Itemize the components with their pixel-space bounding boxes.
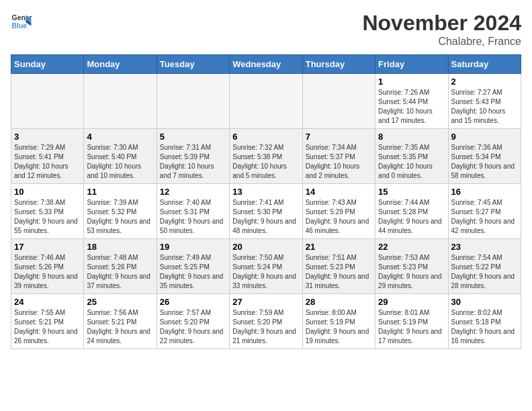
week-row-4: 17Sunrise: 7:46 AM Sunset: 5:26 PM Dayli… — [11, 239, 521, 294]
week-row-3: 10Sunrise: 7:38 AM Sunset: 5:33 PM Dayli… — [11, 184, 521, 239]
date-number: 18 — [87, 242, 153, 252]
date-number: 4 — [87, 132, 153, 142]
calendar-cell: 26Sunrise: 7:57 AM Sunset: 5:20 PM Dayli… — [157, 294, 229, 349]
cell-info: Sunrise: 7:51 AM Sunset: 5:23 PM Dayligh… — [306, 253, 372, 291]
logo-icon: General Blue — [11, 11, 32, 32]
date-number: 17 — [14, 242, 81, 252]
calendar-cell: 24Sunrise: 7:55 AM Sunset: 5:21 PM Dayli… — [11, 294, 84, 349]
cell-info: Sunrise: 7:43 AM Sunset: 5:29 PM Dayligh… — [306, 198, 372, 236]
cell-info: Sunrise: 7:59 AM Sunset: 5:20 PM Dayligh… — [232, 308, 299, 346]
month-title: November 2024 — [362, 11, 521, 36]
cell-info: Sunrise: 7:41 AM Sunset: 5:30 PM Dayligh… — [232, 198, 299, 236]
cell-info: Sunrise: 7:53 AM Sunset: 5:23 PM Dayligh… — [378, 253, 445, 291]
day-header-row: SundayMondayTuesdayWednesdayThursdayFrid… — [11, 55, 521, 74]
day-header-saturday: Saturday — [448, 55, 521, 74]
date-number: 25 — [87, 297, 153, 307]
calendar-cell: 21Sunrise: 7:51 AM Sunset: 5:23 PM Dayli… — [302, 239, 375, 294]
calendar-cell: 6Sunrise: 7:32 AM Sunset: 5:38 PM Daylig… — [230, 129, 302, 184]
calendar-cell — [84, 74, 157, 129]
calendar-cell: 1Sunrise: 7:26 AM Sunset: 5:44 PM Daylig… — [375, 74, 448, 129]
date-number: 27 — [232, 297, 299, 307]
cell-info: Sunrise: 7:26 AM Sunset: 5:44 PM Dayligh… — [378, 88, 445, 126]
cell-info: Sunrise: 8:01 AM Sunset: 5:19 PM Dayligh… — [378, 308, 445, 346]
calendar-cell: 4Sunrise: 7:30 AM Sunset: 5:40 PM Daylig… — [84, 129, 157, 184]
cell-info: Sunrise: 7:44 AM Sunset: 5:28 PM Dayligh… — [378, 198, 445, 236]
day-header-wednesday: Wednesday — [230, 55, 302, 74]
cell-info: Sunrise: 7:40 AM Sunset: 5:31 PM Dayligh… — [160, 198, 226, 236]
calendar-cell: 15Sunrise: 7:44 AM Sunset: 5:28 PM Dayli… — [375, 184, 448, 239]
page-header: General Blue November 2024 Chalabre, Fra… — [11, 11, 521, 48]
cell-info: Sunrise: 7:32 AM Sunset: 5:38 PM Dayligh… — [232, 143, 299, 181]
title-block: November 2024 Chalabre, France — [362, 11, 521, 48]
calendar-cell: 9Sunrise: 7:36 AM Sunset: 5:34 PM Daylig… — [448, 129, 521, 184]
date-number: 11 — [87, 187, 153, 197]
date-number: 14 — [306, 187, 372, 197]
cell-info: Sunrise: 7:35 AM Sunset: 5:35 PM Dayligh… — [378, 143, 445, 181]
calendar-cell: 13Sunrise: 7:41 AM Sunset: 5:30 PM Dayli… — [230, 184, 302, 239]
calendar-cell — [230, 74, 302, 129]
date-number: 2 — [451, 77, 518, 87]
calendar-cell — [11, 74, 84, 129]
date-number: 12 — [160, 187, 226, 197]
cell-info: Sunrise: 8:02 AM Sunset: 5:18 PM Dayligh… — [451, 308, 518, 346]
calendar-cell: 11Sunrise: 7:39 AM Sunset: 5:32 PM Dayli… — [84, 184, 157, 239]
day-header-sunday: Sunday — [11, 55, 84, 74]
date-number: 21 — [306, 242, 372, 252]
date-number: 29 — [378, 297, 445, 307]
calendar-cell: 8Sunrise: 7:35 AM Sunset: 5:35 PM Daylig… — [375, 129, 448, 184]
date-number: 28 — [306, 297, 372, 307]
calendar-cell: 18Sunrise: 7:48 AM Sunset: 5:26 PM Dayli… — [84, 239, 157, 294]
date-number: 13 — [232, 187, 299, 197]
date-number: 7 — [306, 132, 372, 142]
calendar-cell: 25Sunrise: 7:56 AM Sunset: 5:21 PM Dayli… — [84, 294, 157, 349]
svg-text:Blue: Blue — [12, 22, 28, 30]
cell-info: Sunrise: 7:29 AM Sunset: 5:41 PM Dayligh… — [14, 143, 81, 181]
calendar-cell: 5Sunrise: 7:31 AM Sunset: 5:39 PM Daylig… — [157, 129, 229, 184]
week-row-2: 3Sunrise: 7:29 AM Sunset: 5:41 PM Daylig… — [11, 129, 521, 184]
date-number: 10 — [14, 187, 81, 197]
date-number: 6 — [232, 132, 299, 142]
cell-info: Sunrise: 7:50 AM Sunset: 5:24 PM Dayligh… — [232, 253, 299, 291]
date-number: 16 — [451, 187, 518, 197]
date-number: 15 — [378, 187, 445, 197]
calendar-cell — [302, 74, 375, 129]
calendar-cell: 22Sunrise: 7:53 AM Sunset: 5:23 PM Dayli… — [375, 239, 448, 294]
calendar-cell: 30Sunrise: 8:02 AM Sunset: 5:18 PM Dayli… — [448, 294, 521, 349]
location: Chalabre, France — [362, 36, 521, 48]
calendar-cell: 3Sunrise: 7:29 AM Sunset: 5:41 PM Daylig… — [11, 129, 84, 184]
cell-info: Sunrise: 7:49 AM Sunset: 5:25 PM Dayligh… — [160, 253, 226, 291]
date-number: 22 — [378, 242, 445, 252]
cell-info: Sunrise: 7:30 AM Sunset: 5:40 PM Dayligh… — [87, 143, 153, 181]
date-number: 19 — [160, 242, 226, 252]
cell-info: Sunrise: 7:36 AM Sunset: 5:34 PM Dayligh… — [451, 143, 518, 181]
calendar-cell: 28Sunrise: 8:00 AM Sunset: 5:19 PM Dayli… — [302, 294, 375, 349]
calendar-cell: 20Sunrise: 7:50 AM Sunset: 5:24 PM Dayli… — [230, 239, 302, 294]
date-number: 20 — [232, 242, 299, 252]
calendar-cell: 10Sunrise: 7:38 AM Sunset: 5:33 PM Dayli… — [11, 184, 84, 239]
cell-info: Sunrise: 7:31 AM Sunset: 5:39 PM Dayligh… — [160, 143, 226, 181]
calendar-cell: 7Sunrise: 7:34 AM Sunset: 5:37 PM Daylig… — [302, 129, 375, 184]
date-number: 5 — [160, 132, 226, 142]
date-number: 24 — [14, 297, 81, 307]
cell-info: Sunrise: 8:00 AM Sunset: 5:19 PM Dayligh… — [306, 308, 372, 346]
calendar-cell: 23Sunrise: 7:54 AM Sunset: 5:22 PM Dayli… — [448, 239, 521, 294]
cell-info: Sunrise: 7:54 AM Sunset: 5:22 PM Dayligh… — [451, 253, 518, 291]
cell-info: Sunrise: 7:46 AM Sunset: 5:26 PM Dayligh… — [14, 253, 81, 291]
calendar-cell: 27Sunrise: 7:59 AM Sunset: 5:20 PM Dayli… — [230, 294, 302, 349]
cell-info: Sunrise: 7:39 AM Sunset: 5:32 PM Dayligh… — [87, 198, 153, 236]
date-number: 1 — [378, 77, 445, 87]
cell-info: Sunrise: 7:38 AM Sunset: 5:33 PM Dayligh… — [14, 198, 81, 236]
day-header-thursday: Thursday — [302, 55, 375, 74]
cell-info: Sunrise: 7:34 AM Sunset: 5:37 PM Dayligh… — [306, 143, 372, 181]
cell-info: Sunrise: 7:56 AM Sunset: 5:21 PM Dayligh… — [87, 308, 153, 346]
calendar-cell — [157, 74, 229, 129]
cell-info: Sunrise: 7:27 AM Sunset: 5:43 PM Dayligh… — [451, 88, 518, 126]
calendar-table: SundayMondayTuesdayWednesdayThursdayFrid… — [11, 54, 521, 349]
day-header-tuesday: Tuesday — [157, 55, 229, 74]
cell-info: Sunrise: 7:57 AM Sunset: 5:20 PM Dayligh… — [160, 308, 226, 346]
date-number: 23 — [451, 242, 518, 252]
date-number: 26 — [160, 297, 226, 307]
date-number: 3 — [14, 132, 81, 142]
calendar-cell: 17Sunrise: 7:46 AM Sunset: 5:26 PM Dayli… — [11, 239, 84, 294]
date-number: 8 — [378, 132, 445, 142]
